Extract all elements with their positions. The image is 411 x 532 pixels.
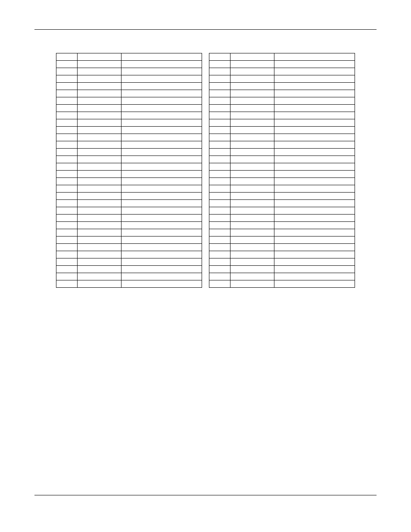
cell: [121, 75, 202, 83]
cell: [209, 244, 230, 251]
cell: [209, 134, 230, 141]
cell: [56, 222, 78, 229]
cell: [209, 273, 230, 280]
column-gap: [202, 97, 209, 105]
cell: [56, 83, 78, 90]
table-row: [56, 156, 355, 163]
column-gap: [202, 251, 209, 258]
cell: [78, 200, 121, 207]
table-row: [56, 178, 355, 185]
cell: [274, 185, 355, 193]
cell: [78, 149, 121, 156]
cell: [121, 149, 202, 156]
cell: [230, 222, 274, 229]
column-gap: [202, 68, 209, 75]
cell: [274, 258, 355, 266]
column-gap: [202, 141, 209, 149]
cell: [78, 83, 121, 90]
cell: [121, 215, 202, 222]
cell: [56, 258, 78, 266]
column-gap: [202, 90, 209, 97]
cell: [121, 222, 202, 229]
cell: [274, 207, 355, 215]
table-row: [56, 97, 355, 105]
cell: [230, 83, 274, 90]
cell: [78, 105, 121, 112]
cell: [274, 222, 355, 229]
cell: [209, 229, 230, 236]
cell: [209, 68, 230, 75]
cell: [230, 68, 274, 75]
cell: [121, 280, 202, 288]
cell: [56, 61, 78, 68]
cell: [209, 266, 230, 273]
cell: [274, 251, 355, 258]
cell: [78, 61, 121, 68]
cell: [230, 149, 274, 156]
cell: [121, 127, 202, 134]
table-row: [56, 222, 355, 229]
cell: [274, 141, 355, 149]
table-row: [56, 266, 355, 273]
table-row: [56, 127, 355, 134]
cell: [78, 185, 121, 193]
cell: [230, 258, 274, 266]
cell: [78, 193, 121, 200]
cell: [274, 229, 355, 236]
cell: [78, 280, 121, 288]
cell: [56, 185, 78, 193]
cell: [274, 90, 355, 97]
column-gap: [202, 178, 209, 185]
cell: [209, 236, 230, 244]
cell: [209, 61, 230, 68]
table-row: [56, 280, 355, 288]
column-gap: [202, 119, 209, 127]
cell: [230, 53, 274, 61]
cell: [121, 163, 202, 171]
table-row: [56, 112, 355, 119]
cell: [230, 193, 274, 200]
cell: [209, 119, 230, 127]
cell: [56, 68, 78, 75]
cell: [121, 207, 202, 215]
cell: [78, 251, 121, 258]
table-row: [56, 251, 355, 258]
cell: [121, 68, 202, 75]
cell: [56, 236, 78, 244]
cell: [274, 178, 355, 185]
cell: [121, 134, 202, 141]
column-gap: [202, 83, 209, 90]
cell: [56, 193, 78, 200]
cell: [230, 244, 274, 251]
cell: [78, 178, 121, 185]
cell: [56, 149, 78, 156]
cell: [56, 207, 78, 215]
column-gap: [202, 244, 209, 251]
cell: [78, 97, 121, 105]
column-gap: [202, 215, 209, 222]
cell: [56, 156, 78, 163]
cell: [121, 273, 202, 280]
cell: [209, 200, 230, 207]
column-gap: [202, 171, 209, 178]
cell: [274, 215, 355, 222]
cell: [230, 185, 274, 193]
table-row: [56, 244, 355, 251]
cell: [121, 156, 202, 163]
cell: [209, 185, 230, 193]
cell: [121, 200, 202, 207]
cell: [230, 178, 274, 185]
cell: [274, 112, 355, 119]
cell: [56, 141, 78, 149]
cell: [121, 258, 202, 266]
cell: [230, 156, 274, 163]
table-row: [56, 134, 355, 141]
cell: [78, 236, 121, 244]
cell: [230, 163, 274, 171]
column-gap: [202, 163, 209, 171]
cell: [121, 83, 202, 90]
cell: [209, 75, 230, 83]
table-row: [56, 68, 355, 75]
cell: [230, 127, 274, 134]
cell: [121, 112, 202, 119]
